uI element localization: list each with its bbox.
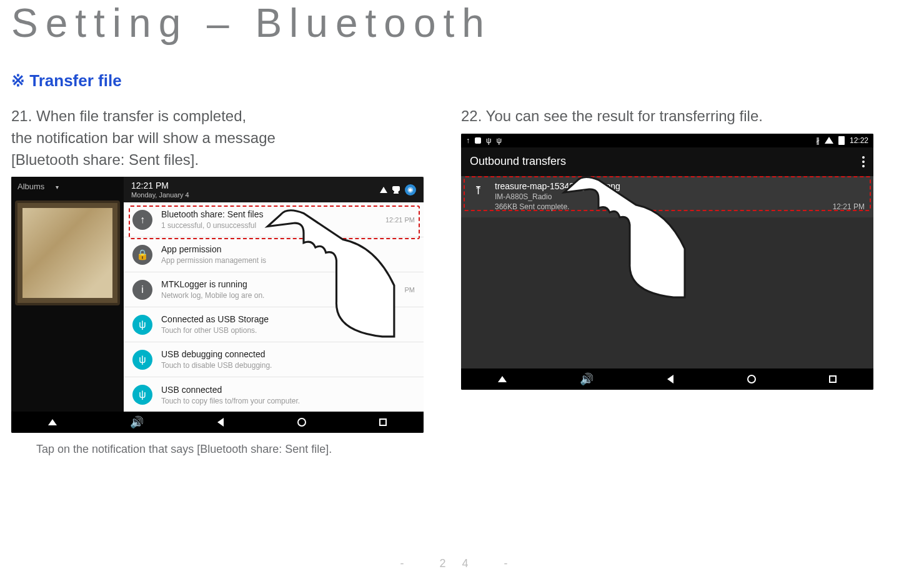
notification-usb-storage[interactable]: ψ Connected as USB Storage Touch for oth… [124, 307, 424, 342]
thumbnail-image[interactable] [15, 200, 120, 305]
notification-bluetooth-share[interactable]: ↑ Bluetooth share: Sent files 1 successf… [124, 202, 424, 237]
nav-home-icon[interactable] [747, 375, 756, 383]
notification-usb-connected[interactable]: ψ USB connected Touch to copy files to/f… [124, 377, 424, 412]
notification-app-permission[interactable]: 🔒 App permission App permission manageme… [124, 237, 424, 272]
android-nav-bar: 🔊 [11, 412, 424, 433]
android-nav-bar: 🔊 [461, 369, 873, 390]
transfer-filename: treasure-map-153425_1280.png [495, 181, 824, 191]
bluetooth-icon: ∦ [816, 136, 820, 145]
step-21-text: 21. When file transfer is completed, the… [11, 106, 424, 171]
transfer-row[interactable]: ⤒ treasure-map-153425_1280.png IM-A880S_… [461, 176, 873, 217]
usb-icon: ψ [497, 136, 502, 145]
upload-icon: ↑ [466, 136, 470, 145]
signal-icon [380, 187, 387, 193]
notif-title: USB connected [161, 385, 415, 395]
usb-icon: ψ [132, 350, 152, 370]
nav-home-icon[interactable] [297, 418, 306, 427]
usb-icon: ψ [486, 136, 492, 145]
notification-shade: 12:21 PM Monday, January 4 ◉ ↑ Bluetooth [124, 177, 424, 412]
notif-title: USB debugging connected [161, 349, 415, 360]
notification-mtklogger[interactable]: i MTKLogger is running Network log, Mobi… [124, 272, 424, 307]
nav-back-icon[interactable] [667, 375, 673, 383]
outbound-title: Outbound transfers [470, 155, 566, 168]
screenshot-step22: ↑ ψ ψ ∦ 12:22 Outbound transfers ⤒ [461, 134, 873, 390]
battery-icon [838, 136, 845, 145]
lock-icon [475, 137, 481, 144]
screenshot-step21: Albums ▾ 12:21 PM Monday, January 4 ◉ [11, 177, 424, 433]
lock-icon: 🔒 [132, 245, 152, 265]
notif-title: App permission [161, 244, 415, 255]
nav-tray-icon[interactable] [498, 376, 507, 382]
notif-time: PM [405, 286, 415, 294]
albums-sidebar: Albums ▾ [11, 177, 124, 412]
notif-sub: Network log, Mobile log are on. [161, 291, 396, 300]
transfer-device: IM-A880S_Radio [495, 192, 824, 201]
info-icon: i [132, 280, 152, 300]
notif-title: Bluetooth share: Sent files [161, 209, 377, 220]
transfer-time: 12:21 PM [833, 202, 865, 211]
nav-back-icon[interactable] [217, 418, 224, 427]
more-icon[interactable] [862, 161, 865, 163]
user-avatar-icon[interactable]: ◉ [405, 184, 416, 195]
albums-label[interactable]: Albums [17, 182, 44, 191]
notif-time: 12:21 PM [385, 216, 415, 224]
nav-tray-icon[interactable] [48, 419, 57, 425]
usb-icon: ψ [132, 315, 152, 335]
notif-sub: Touch to disable USB debugging. [161, 361, 415, 370]
transfer-status: 366KB Sent complete. [495, 202, 824, 211]
upload-icon: ↑ [132, 210, 152, 230]
nav-recent-icon[interactable] [379, 418, 387, 426]
upload-icon: ⤒ [470, 182, 486, 199]
chevron-down-icon[interactable]: ▾ [56, 184, 59, 191]
notification-usb-debugging[interactable]: ψ USB debugging connected Touch to disab… [124, 342, 424, 377]
status-bar: ↑ ψ ψ ∦ 12:22 [461, 134, 873, 147]
notif-title: MTKLogger is running [161, 279, 396, 290]
section-tag: ※ Transfer file [11, 71, 913, 91]
notif-title: Connected as USB Storage [161, 314, 415, 325]
notif-sub: Touch for other USB options. [161, 326, 415, 335]
nav-volume-icon[interactable]: 🔊 [580, 374, 594, 385]
shade-header: 12:21 PM Monday, January 4 ◉ [124, 177, 424, 202]
step-22-text: 22. You can see the result for transferr… [461, 106, 892, 127]
notif-sub: Touch to copy files to/from your compute… [161, 397, 415, 405]
step-21-caption: Tap on the notification that says [Bluet… [36, 443, 424, 456]
outbound-title-bar: Outbound transfers [461, 147, 873, 176]
status-time: 12:22 [850, 136, 868, 145]
page-title: Setting – Bluetooth [11, 0, 913, 46]
wifi-icon [825, 137, 833, 144]
nav-volume-icon[interactable]: 🔊 [130, 417, 144, 428]
nav-recent-icon[interactable] [829, 375, 837, 383]
outbound-body: ⤒ treasure-map-153425_1280.png IM-A880S_… [461, 176, 873, 369]
usb-icon: ψ [132, 385, 152, 405]
notif-sub: App permission management is [161, 256, 415, 265]
shade-date: Monday, January 4 [131, 191, 189, 199]
wifi-icon [392, 186, 400, 194]
notif-sub: 1 successful, 0 unsuccessful [161, 221, 377, 230]
shade-time: 12:21 PM [131, 181, 189, 191]
